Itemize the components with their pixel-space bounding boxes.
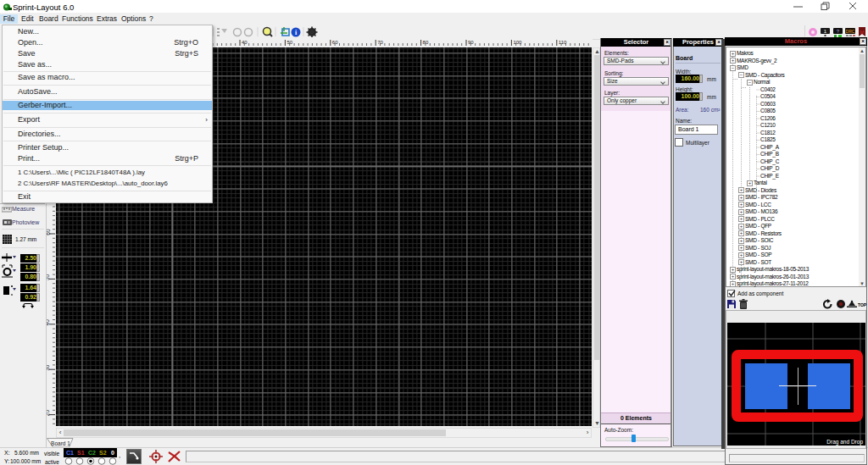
svg-text:Drag and Drop: Drag and Drop — [826, 439, 863, 446]
svg-text:Board 1: Board 1 — [51, 440, 70, 446]
svg-text:TOP: TOP — [858, 302, 867, 307]
